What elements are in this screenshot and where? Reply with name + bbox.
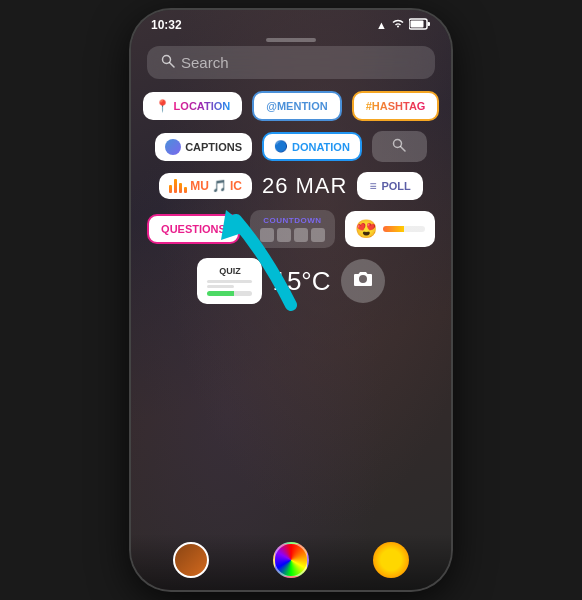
small-search-sticker[interactable]	[372, 131, 427, 162]
countdown-sticker[interactable]: COUNTDOWN	[250, 210, 335, 248]
sticker-row-5: QUIZ 15°C	[147, 258, 435, 304]
sticker-row-2: CAPTIONS 🔵 DONATION	[147, 131, 435, 162]
music-label: MU	[190, 179, 209, 193]
music-bar-4	[184, 187, 187, 193]
svg-line-4	[170, 63, 175, 68]
temperature-label: 15°C	[272, 266, 330, 296]
location-sticker[interactable]: 📍 LOCATION	[143, 92, 243, 120]
phone-frame: 10:32 ▲	[131, 10, 451, 590]
search-bar[interactable]: Search	[147, 46, 435, 79]
music-bar-3	[179, 183, 182, 193]
music-bar-1	[169, 185, 172, 193]
music-bars	[169, 179, 187, 193]
location-label: LOCATION	[174, 100, 231, 112]
mention-label: @MENTION	[266, 100, 327, 112]
emoji-slider-sticker[interactable]: 😍	[345, 211, 435, 247]
camera-icon	[352, 270, 374, 293]
search-placeholder: Search	[181, 54, 229, 71]
bottom-rainbow[interactable]	[273, 542, 309, 578]
poll-label: POLL	[381, 180, 410, 192]
signal-icon: ▲	[376, 19, 387, 31]
search-icon	[161, 54, 175, 71]
quiz-progress	[207, 291, 252, 296]
sticker-row-4: QUESTIONS COUNTDOWN 😍	[147, 210, 435, 248]
music-bar-2	[174, 179, 177, 193]
emoji-face: 😍	[355, 218, 377, 240]
countdown-box-2	[277, 228, 291, 242]
temperature-sticker[interactable]: 15°C	[272, 266, 330, 297]
emoji-progress-bar	[383, 226, 425, 232]
sticker-row-1: 📍 LOCATION @MENTION #HASHTAG	[147, 91, 435, 121]
date-sticker[interactable]: 26 MAR	[262, 173, 347, 199]
poll-lines: ≡	[369, 179, 376, 193]
svg-rect-1	[411, 21, 424, 28]
donation-icon: 🔵	[274, 140, 288, 153]
hashtag-label: #HASHTAG	[366, 100, 426, 112]
music-note: 🎵	[212, 179, 227, 193]
mention-sticker[interactable]: @MENTION	[252, 91, 341, 121]
countdown-label: COUNTDOWN	[263, 216, 321, 225]
wifi-icon	[391, 19, 405, 31]
questions-label: QUESTIONS	[161, 223, 226, 235]
quiz-lines	[207, 280, 252, 288]
svg-line-6	[401, 147, 406, 152]
location-dot: 📍	[155, 99, 170, 113]
quiz-line-1	[207, 280, 252, 283]
sticker-row-3: MU 🎵 IC 26 MAR ≡ POLL	[147, 172, 435, 200]
bottom-sun[interactable]	[373, 542, 409, 578]
captions-icon	[165, 139, 181, 155]
status-icons: ▲	[376, 18, 431, 32]
donation-label: DONATION	[292, 141, 350, 153]
quiz-line-2	[207, 285, 234, 288]
countdown-box-1	[260, 228, 274, 242]
home-indicator	[266, 38, 316, 42]
countdown-box-3	[294, 228, 308, 242]
status-bar: 10:32 ▲	[131, 10, 451, 36]
camera-sticker[interactable]	[341, 259, 385, 303]
countdown-boxes	[260, 228, 325, 242]
captions-sticker[interactable]: CAPTIONS	[155, 133, 252, 161]
countdown-box-4	[311, 228, 325, 242]
quiz-label: QUIZ	[207, 266, 252, 276]
questions-sticker[interactable]: QUESTIONS	[147, 214, 240, 244]
bottom-area	[131, 534, 451, 590]
music-label2: IC	[230, 179, 242, 193]
music-sticker[interactable]: MU 🎵 IC	[159, 173, 252, 199]
battery-icon	[409, 18, 431, 32]
status-time: 10:32	[151, 18, 182, 32]
hashtag-sticker[interactable]: #HASHTAG	[352, 91, 440, 121]
donation-sticker[interactable]: 🔵 DONATION	[262, 132, 362, 161]
small-search-icon	[392, 138, 406, 155]
poll-sticker[interactable]: ≡ POLL	[357, 172, 422, 200]
svg-rect-2	[428, 22, 431, 26]
captions-label: CAPTIONS	[185, 141, 242, 153]
quiz-sticker[interactable]: QUIZ	[197, 258, 262, 304]
stickers-container: 📍 LOCATION @MENTION #HASHTAG CAPTIONS 🔵	[131, 87, 451, 308]
bottom-avatar[interactable]	[173, 542, 209, 578]
date-label: 26 MAR	[262, 173, 347, 198]
phone-screen: 10:32 ▲	[131, 10, 451, 590]
